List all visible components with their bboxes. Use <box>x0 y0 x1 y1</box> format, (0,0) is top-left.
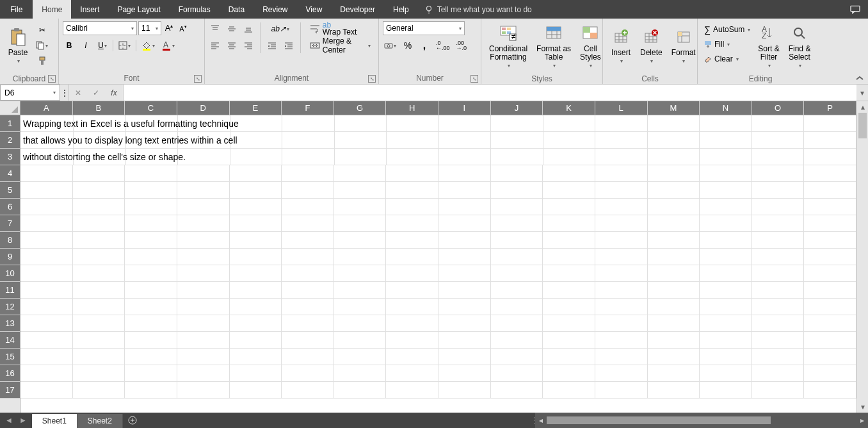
cell-P11[interactable] <box>804 282 856 298</box>
align-middle-button[interactable] <box>225 22 238 35</box>
row-header-12[interactable]: 12 <box>0 299 20 315</box>
decrease-indent-button[interactable] <box>266 39 278 52</box>
cell-C10[interactable] <box>125 265 177 281</box>
border-button[interactable]: ▾ <box>117 39 132 52</box>
cell-N6[interactable] <box>700 199 752 215</box>
cell-O6[interactable] <box>752 199 805 215</box>
cell-N8[interactable] <box>700 232 752 248</box>
find-select-button[interactable]: Find & Select▾ <box>785 21 815 71</box>
cell-C9[interactable] <box>125 249 177 265</box>
cell-J12[interactable] <box>491 299 543 315</box>
cell-J2[interactable] <box>491 132 543 148</box>
tab-view[interactable]: View <box>297 0 332 19</box>
cell-I13[interactable] <box>438 315 491 331</box>
cell-D5[interactable] <box>177 182 230 198</box>
cell-P13[interactable] <box>804 315 856 331</box>
cell-F1[interactable] <box>282 115 335 131</box>
cell-H1[interactable] <box>387 115 439 131</box>
cell-A15[interactable] <box>20 349 73 365</box>
number-format-combo[interactable]: General▾ <box>383 21 465 35</box>
collapse-ribbon-icon[interactable] <box>855 75 864 81</box>
cell-P14[interactable] <box>804 332 856 348</box>
cell-I7[interactable] <box>438 215 491 231</box>
cell-P6[interactable] <box>804 199 856 215</box>
align-bottom-button[interactable] <box>242 22 255 35</box>
wrap-text-button[interactable]: abWrap Text <box>306 21 374 37</box>
enter-formula-button[interactable]: ✓ <box>87 85 105 101</box>
percent-button[interactable]: % <box>401 39 414 52</box>
row-header-9[interactable]: 9 <box>0 249 20 265</box>
cell-K12[interactable] <box>543 299 595 315</box>
cell-A11[interactable] <box>20 282 73 298</box>
cell-D6[interactable] <box>177 199 230 215</box>
cell-H11[interactable] <box>386 282 438 298</box>
column-header-K[interactable]: K <box>543 101 595 115</box>
cell-H15[interactable] <box>386 349 438 365</box>
cell-I12[interactable] <box>438 299 491 315</box>
insert-cells-button[interactable]: Insert▾ <box>607 21 635 71</box>
cell-D10[interactable] <box>177 265 230 281</box>
cell-N17[interactable] <box>700 382 752 398</box>
row-header-16[interactable]: 16 <box>0 365 20 382</box>
cell-C14[interactable] <box>125 332 177 348</box>
tab-help[interactable]: Help <box>384 0 418 19</box>
conditional-formatting-button[interactable]: ≠ Conditional Formatting▾ <box>485 21 531 71</box>
cell-L5[interactable] <box>595 182 648 198</box>
cell-D16[interactable] <box>177 365 230 381</box>
cell-F2[interactable] <box>282 132 335 148</box>
cell-J11[interactable] <box>491 282 543 298</box>
cell-B6[interactable] <box>73 199 125 215</box>
expand-formula-bar-button[interactable]: ▾ <box>856 85 868 101</box>
cell-styles-button[interactable]: Cell Styles▾ <box>576 21 605 71</box>
cell-C17[interactable] <box>125 382 177 398</box>
cell-F15[interactable] <box>282 349 334 365</box>
cell-O16[interactable] <box>752 365 805 381</box>
underline-button[interactable]: U▾ <box>96 39 109 52</box>
name-box[interactable]: D6▾ <box>0 85 60 101</box>
cell-N2[interactable] <box>700 132 752 148</box>
cell-F17[interactable] <box>282 382 334 398</box>
cell-E13[interactable] <box>230 315 282 331</box>
cell-N7[interactable] <box>700 215 752 231</box>
scroll-down-icon[interactable]: ▾ <box>857 401 868 413</box>
cell-P3[interactable] <box>804 149 856 165</box>
tab-data[interactable]: Data <box>220 0 253 19</box>
cell-B8[interactable] <box>73 232 125 248</box>
cell-G13[interactable] <box>334 315 387 331</box>
italic-button[interactable]: I <box>79 39 92 52</box>
cell-A10[interactable] <box>20 265 73 281</box>
cell-P8[interactable] <box>804 232 856 248</box>
cell-O4[interactable] <box>752 165 805 181</box>
cell-B4[interactable] <box>73 165 125 181</box>
row-header-1[interactable]: 1 <box>0 115 20 132</box>
cell-D12[interactable] <box>177 299 230 315</box>
row-header-11[interactable]: 11 <box>0 282 20 299</box>
cell-F12[interactable] <box>282 299 334 315</box>
cell-E11[interactable] <box>230 282 282 298</box>
bold-button[interactable]: B <box>63 39 76 52</box>
cell-P5[interactable] <box>804 182 856 198</box>
vertical-scrollbar[interactable]: ▴ ▾ <box>856 101 868 413</box>
row-header-8[interactable]: 8 <box>0 232 20 249</box>
cell-K5[interactable] <box>543 182 595 198</box>
cell-H8[interactable] <box>386 232 438 248</box>
cell-D9[interactable] <box>177 249 230 265</box>
cell-P1[interactable] <box>804 115 856 131</box>
fill-color-button[interactable]: ▾ <box>140 39 156 52</box>
cell-A17[interactable] <box>20 382 73 398</box>
cell-H10[interactable] <box>386 265 438 281</box>
cell-L6[interactable] <box>595 199 648 215</box>
cell-A14[interactable] <box>20 332 73 348</box>
font-color-button[interactable]: A▾ <box>160 39 176 52</box>
row-header-4[interactable]: 4 <box>0 165 20 182</box>
cell-G16[interactable] <box>334 365 387 381</box>
cell-K16[interactable] <box>543 365 595 381</box>
column-header-F[interactable]: F <box>282 101 334 115</box>
cell-grid[interactable]: Wrapping text in Excel is a useful forma… <box>20 115 856 413</box>
column-header-A[interactable]: A <box>20 101 73 115</box>
cell-O12[interactable] <box>752 299 805 315</box>
cell-N5[interactable] <box>700 182 752 198</box>
cell-C15[interactable] <box>125 349 177 365</box>
cell-H7[interactable] <box>386 215 438 231</box>
cell-L13[interactable] <box>595 315 648 331</box>
